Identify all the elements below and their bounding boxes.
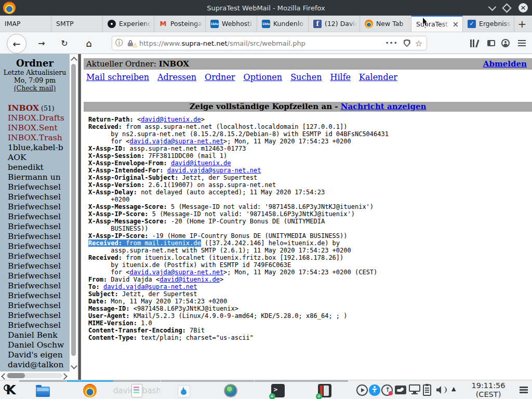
tab-12-david[interactable]: f(12) David <box>309 16 360 32</box>
header-text: 1.0 <box>137 320 152 327</box>
signout-link[interactable]: Abmelden <box>483 59 527 69</box>
folder-link-briefwechsel[interactable]: Briefwechsel <box>8 291 70 301</box>
folder-link-briefwechsel[interactable]: Briefwechsel <box>8 251 70 261</box>
task-button-dolphin[interactable] <box>19 380 66 399</box>
task-button-globe[interactable] <box>207 380 254 399</box>
sidebar-toggle-button[interactable] <box>484 32 498 54</box>
header-email-link[interactable]: david.vajda@supra-net.net <box>167 167 261 174</box>
check-mail-link[interactable]: (Check mail) <box>0 84 70 92</box>
task-button-firefox[interactable] <box>66 380 113 399</box>
tab-new-tab[interactable]: New Tab <box>360 16 411 32</box>
menu-link-mail-schreiben[interactable]: Mail schreiben <box>86 72 149 82</box>
tab-ergebniss[interactable]: ✓Ergebniss <box>463 16 514 32</box>
task-button-terminal[interactable]: + <box>255 380 301 399</box>
task-button-drop[interactable] <box>161 380 207 399</box>
tab-posteinga[interactable]: MPosteinga <box>154 16 206 32</box>
home-button[interactable]: ⌂ <box>82 32 96 54</box>
folder-link-briefwechsel[interactable]: Briefwechsel <box>8 212 70 222</box>
tab-imap[interactable]: IMAP <box>0 16 51 32</box>
tab-kundenlo[interactable]: 1bluKundenlo <box>257 16 309 32</box>
vertical-scroll-thumb[interactable] <box>71 64 76 356</box>
folder-link-briefwechsel[interactable]: Briefwechsel <box>8 311 70 321</box>
header-line: Date: Mon, 11 May 2020 17:54:23 +0200 <box>88 298 532 305</box>
sidebar-horizontal-scrollbar[interactable] <box>0 371 78 380</box>
folder-link-benedikt[interactable]: benedikt <box>8 163 70 172</box>
folder-link-inbox[interactable]: INBOX (51) <box>8 103 70 113</box>
menu-link-ordner[interactable]: Ordner <box>205 72 235 82</box>
menu-link-adressen[interactable]: Adressen <box>157 72 196 82</box>
taskbar-clock[interactable]: 19:11:56 (CEST) 11.05.20 <box>459 381 517 399</box>
folder-link-briefwechsel[interactable]: Briefwechsel <box>8 242 70 251</box>
menu-link-kalender[interactable]: Kalender <box>359 72 397 82</box>
folder-link-daniel-benk[interactable]: Daniel Benk <box>8 330 70 340</box>
folder-link-biermann-un[interactable]: Biermann un <box>8 172 70 182</box>
back-button[interactable]: ← <box>7 34 26 54</box>
page-info-icon[interactable]: ⓘ <box>112 38 126 48</box>
url-bar[interactable]: ⓘ ⚠ https://www.supra-net.net/smail/src/… <box>112 36 427 50</box>
display-cloud-icon[interactable] <box>395 385 406 394</box>
clipboard-icon[interactable] <box>423 384 431 396</box>
kde-menu-button[interactable]: K <box>3 382 19 397</box>
account-button[interactable] <box>499 32 512 54</box>
updates-icon[interactable] <box>381 384 393 396</box>
folder-link-inbox-drafts[interactable]: INBOX.Drafts <box>8 113 70 123</box>
folder-link-briefwechsel[interactable]: Briefwechsel <box>8 182 70 192</box>
app-menu-button[interactable] <box>514 32 529 54</box>
tab-smtp[interactable]: SMTP <box>51 16 103 32</box>
accessibility-icon[interactable] <box>369 384 380 396</box>
folder-link-briefwechsel[interactable]: Briefwechsel <box>8 271 70 281</box>
task-button-editor[interactable]: + <box>301 380 348 399</box>
tracking-protection-icon[interactable] <box>404 39 410 47</box>
folder-link-briefwechsel[interactable]: Briefwechsel <box>8 232 70 242</box>
folder-link-david-s-eigen[interactable]: David's eigen <box>8 350 70 360</box>
folder-link-briefwechsel[interactable]: Briefwechsel <box>8 301 70 311</box>
header-email-link[interactable]: david@ituenix.de <box>159 276 220 283</box>
header-email-link[interactable]: david@ituenix.de <box>141 116 201 123</box>
folder-link-daniel-oschw[interactable]: Daniel Oschw <box>8 340 70 350</box>
page-actions-icon[interactable]: ••• <box>384 39 399 47</box>
folder-link-aok[interactable]: AOK <box>8 153 70 163</box>
tab-close-icon[interactable]: × <box>450 20 460 29</box>
folder-link-david-talkon[interactable]: david@talkon <box>8 360 70 370</box>
header-email-link[interactable]: david.vajda@supra-net.net <box>103 283 197 290</box>
folder-link-1blue-kabel-b[interactable]: 1blue,kabel-b <box>8 143 70 153</box>
volume-icon[interactable] <box>436 384 447 396</box>
horizontal-scroll-thumb[interactable] <box>7 373 25 378</box>
menu-link-optionen[interactable]: Optionen <box>244 72 283 82</box>
menu-link-hilfe[interactable]: Hilfe <box>330 72 351 82</box>
insecure-lock-icon[interactable]: ⚠ <box>126 39 137 47</box>
menu-link-suchen[interactable]: Suchen <box>290 72 322 82</box>
view-message-link[interactable]: Nachricht anzeigen <box>341 102 427 111</box>
reload-button[interactable]: ↻ <box>58 32 71 54</box>
scroll-up-icon[interactable] <box>71 57 77 63</box>
tab-webhosti[interactable]: 1bluWebhosti <box>206 16 257 32</box>
tab-supratest[interactable]: SupraTest× <box>411 16 463 32</box>
task-button-document[interactable]: david : bash <box>113 380 160 399</box>
tab-experienc[interactable]: Experienc <box>103 16 154 32</box>
folder-link-briefwechsel[interactable]: Briefwechsel <box>8 192 70 202</box>
network-monitor-icon[interactable] <box>409 384 420 392</box>
bookmark-star-icon[interactable]: ☆ <box>415 38 422 48</box>
sidebar-vertical-scrollbar[interactable] <box>70 54 78 371</box>
panel-options-icon[interactable] <box>520 387 528 388</box>
folder-link-briefwechsel[interactable]: Briefwechsel <box>8 202 70 212</box>
new-tab-button[interactable]: + <box>514 16 530 32</box>
header-email-link[interactable]: david.vajda@supra-net.net <box>129 138 223 145</box>
folder-link-briefwechsel[interactable]: Briefwechsel <box>8 261 70 271</box>
forward-button[interactable]: → <box>35 32 48 54</box>
header-email-link[interactable]: david.vajda@supra-net.net <box>129 269 223 276</box>
scroll-down-icon[interactable] <box>71 363 77 369</box>
horizontal-scroll-track[interactable] <box>6 373 62 378</box>
folder-link-inbox-sent[interactable]: INBOX.Sent <box>8 123 70 133</box>
folder-link-briefwechsel[interactable]: Briefwechsel <box>8 321 70 330</box>
minimize-icon[interactable] <box>488 3 497 11</box>
folder-link-briefwechsel[interactable]: Briefwechsel <box>8 281 70 291</box>
folder-link-inbox-trash[interactable]: INBOX.Trash <box>8 133 70 143</box>
media-play-icon[interactable] <box>356 384 368 396</box>
maximize-icon[interactable] <box>502 3 511 12</box>
close-window-icon[interactable]: × <box>518 3 528 12</box>
url-text[interactable]: https://www.supra-net.net/smail/src/webm… <box>139 39 384 47</box>
library-button[interactable] <box>468 32 481 54</box>
folder-link-briefwechsel[interactable]: Briefwechsel <box>8 222 70 232</box>
header-email-link[interactable]: david@ituenix.de <box>171 159 231 167</box>
